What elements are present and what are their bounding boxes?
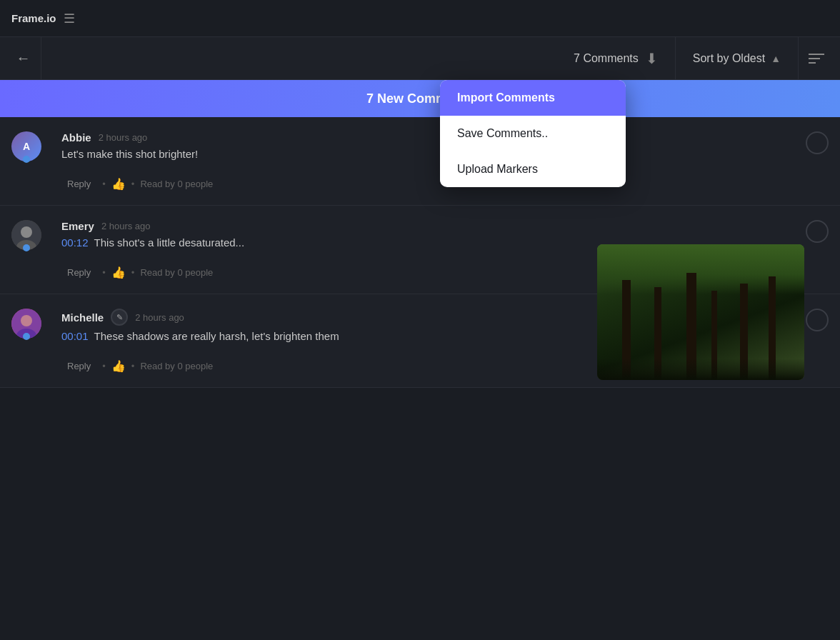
like-button[interactable]: 👍 [111, 266, 126, 279]
unread-dot [23, 244, 30, 251]
dropdown-item-import[interactable]: Import Comments [440, 80, 626, 116]
read-by-label: Read by 0 people [140, 179, 213, 189]
top-bar: Frame.io ☰ [0, 0, 840, 37]
comment-author: Abbie [61, 131, 91, 144]
sort-section[interactable]: Sort by Oldest ▲ [676, 37, 799, 79]
unread-dot [23, 156, 30, 163]
app-logo: Frame.io [11, 12, 56, 24]
back-icon: ← [16, 50, 31, 66]
separator: • [131, 179, 135, 189]
comment-body: Abbie 2 hours ago Let's make this shot b… [61, 131, 797, 205]
edit-badge-icon: ✎ [111, 309, 128, 326]
comments-count: 7 Comments [574, 52, 639, 65]
download-icon[interactable]: ⬇ [646, 50, 658, 67]
comment-right [797, 220, 829, 243]
filter-icon [809, 52, 824, 65]
dropdown-item-upload[interactable]: Upload Markers [440, 151, 626, 187]
filter-button[interactable] [799, 52, 834, 65]
comment-author: Emery [61, 220, 94, 232]
comment-header: Abbie 2 hours ago [61, 131, 797, 144]
svg-point-7 [21, 315, 32, 326]
dropdown-menu: Import Comments Save Comments.. Upload M… [440, 80, 626, 187]
svg-point-4 [21, 226, 32, 238]
comments-count-section: 7 Comments ⬇ [556, 37, 676, 79]
read-by-label: Read by 0 people [140, 267, 213, 278]
comment-time: 2 hours ago [101, 221, 151, 231]
complete-button[interactable] [806, 131, 829, 154]
table-row: A Abbie 2 hours ago Let's make this shot… [0, 117, 840, 206]
comments-list: A Abbie 2 hours ago Let's make this shot… [0, 117, 840, 388]
separator: • [102, 361, 106, 371]
separator: • [102, 267, 106, 278]
timestamp-link[interactable]: 00:12 [61, 236, 89, 249]
dropdown-item-save[interactable]: Save Comments.. [440, 116, 626, 151]
comment-actions: Reply • 👍 • Read by 0 people [61, 169, 797, 205]
separator: • [131, 267, 135, 278]
new-comments-banner[interactable]: 7 New Comments [0, 80, 840, 117]
comment-text: Let's make this shot brighter! [61, 148, 797, 160]
reply-button[interactable]: Reply [61, 264, 96, 281]
comment-thumbnail [597, 244, 804, 380]
table-row: Michelle ✎ 2 hours ago 00:01 These shado… [0, 294, 840, 388]
like-button[interactable]: 👍 [111, 359, 126, 373]
sort-arrow-icon: ▲ [771, 53, 781, 64]
sort-label: Sort by Oldest [693, 52, 765, 65]
reply-button[interactable]: Reply [61, 358, 96, 374]
separator: • [102, 179, 106, 189]
comment-right [797, 131, 829, 154]
complete-button[interactable] [806, 309, 829, 331]
reply-button[interactable]: Reply [61, 176, 96, 192]
complete-button[interactable] [806, 220, 829, 243]
timestamp-link[interactable]: 00:01 [61, 330, 89, 342]
separator: • [131, 361, 135, 371]
like-button[interactable]: 👍 [111, 177, 126, 191]
header-row: ← 7 Comments ⬇ Sort by Oldest ▲ [0, 37, 840, 80]
unread-dot [23, 333, 30, 340]
menu-icon[interactable]: ☰ [64, 11, 75, 26]
comment-author: Michelle [61, 311, 104, 324]
comment-time: 2 hours ago [99, 132, 148, 143]
read-by-label: Read by 0 people [140, 361, 213, 371]
comment-time: 2 hours ago [135, 312, 184, 323]
back-button[interactable]: ← [6, 37, 41, 79]
thumbnail-image [597, 244, 804, 380]
comment-header: Emery 2 hours ago [61, 220, 797, 232]
